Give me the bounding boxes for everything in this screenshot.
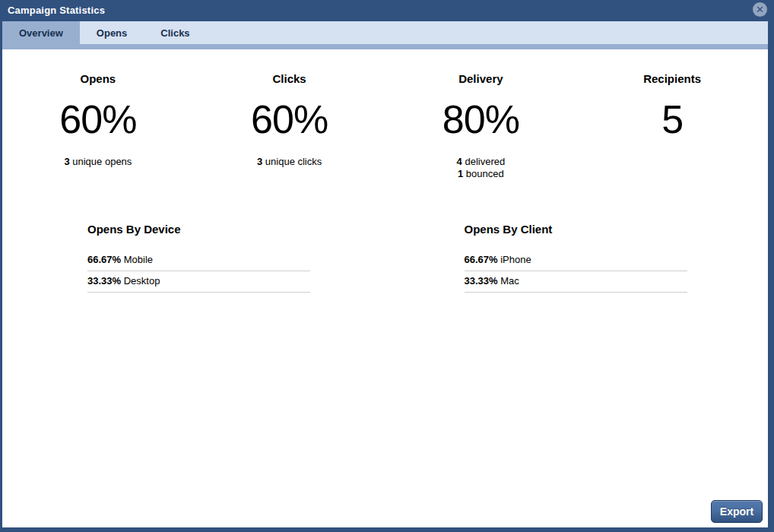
- breakdown-sections: Opens By Device 66.67% Mobile 33.33% Des…: [2, 223, 768, 293]
- stat-details: 4 delivered 1 bounced: [385, 156, 577, 180]
- stat-detail-line: 3 unique clicks: [194, 156, 385, 168]
- detail-label: unique clicks: [265, 156, 322, 167]
- stat-detail-line: 3 unique opens: [2, 156, 194, 168]
- section-title: Opens By Client: [465, 223, 769, 236]
- stat-detail-line: 1 bounced: [385, 168, 577, 180]
- detail-count: 1: [458, 168, 463, 179]
- stat-detail-line: 4 delivered: [385, 156, 577, 168]
- row-percent: 66.67%: [465, 254, 498, 265]
- tab-overview[interactable]: Overview: [2, 21, 80, 44]
- breakdown-row: 66.67% iPhone: [465, 250, 687, 271]
- close-button[interactable]: ✕: [753, 2, 767, 17]
- close-icon: ✕: [756, 5, 764, 14]
- tab-clicks[interactable]: Clicks: [144, 21, 206, 44]
- row-percent: 66.67%: [87, 254, 121, 265]
- stat-recipients: Recipients 5: [576, 72, 768, 180]
- stat-value: 80%: [385, 98, 577, 141]
- summary-stats-row: Opens 60% 3 unique opens Clicks 60% 3 un…: [2, 49, 768, 180]
- detail-count: 3: [257, 156, 262, 167]
- stat-details: 3 unique opens: [2, 156, 194, 168]
- stat-title: Recipients: [576, 72, 768, 86]
- row-label: Desktop: [124, 275, 160, 287]
- stat-value: 60%: [2, 98, 194, 141]
- dialog-title: Campaign Statistics: [8, 5, 105, 16]
- stat-value: 60%: [194, 98, 385, 141]
- detail-count: 3: [64, 156, 69, 167]
- stat-title: Clicks: [194, 72, 385, 86]
- breakdown-row: 33.33% Desktop: [87, 271, 310, 293]
- row-percent: 33.33%: [87, 275, 121, 287]
- titlebar: Campaign Statistics ✕: [0, 0, 774, 21]
- detail-count: 4: [457, 156, 462, 167]
- detail-label: bounced: [466, 168, 504, 179]
- stat-delivery: Delivery 80% 4 delivered 1 bounced: [385, 72, 577, 180]
- row-label: Mac: [500, 275, 519, 287]
- selected-tab-strip: [2, 44, 768, 49]
- row-label: iPhone: [500, 254, 531, 265]
- breakdown-row: 33.33% Mac: [465, 271, 687, 293]
- row-percent: 33.33%: [465, 275, 498, 287]
- stat-title: Opens: [2, 72, 194, 86]
- breakdown-row: 66.67% Mobile: [87, 250, 310, 271]
- detail-label: unique opens: [72, 156, 132, 167]
- campaign-statistics-dialog: Campaign Statistics ✕ Overview Opens Cli…: [0, 0, 774, 532]
- stat-clicks: Clicks 60% 3 unique clicks: [194, 72, 385, 180]
- overview-panel: Opens 60% 3 unique opens Clicks 60% 3 un…: [2, 49, 768, 527]
- tab-bar: Overview Opens Clicks: [2, 21, 768, 44]
- detail-label: delivered: [465, 156, 505, 167]
- export-button[interactable]: Export: [711, 500, 763, 523]
- row-label: Mobile: [124, 254, 153, 265]
- section-opens-by-client: Opens By Client 66.67% iPhone 33.33% Mac: [385, 223, 769, 293]
- section-opens-by-device: Opens By Device 66.67% Mobile 33.33% Des…: [2, 223, 385, 293]
- section-title: Opens By Device: [87, 223, 385, 236]
- stat-title: Delivery: [385, 72, 577, 86]
- stat-opens: Opens 60% 3 unique opens: [2, 72, 194, 180]
- stat-value: 5: [576, 98, 768, 141]
- stat-details: 3 unique clicks: [194, 156, 385, 168]
- tab-opens[interactable]: Opens: [80, 21, 144, 44]
